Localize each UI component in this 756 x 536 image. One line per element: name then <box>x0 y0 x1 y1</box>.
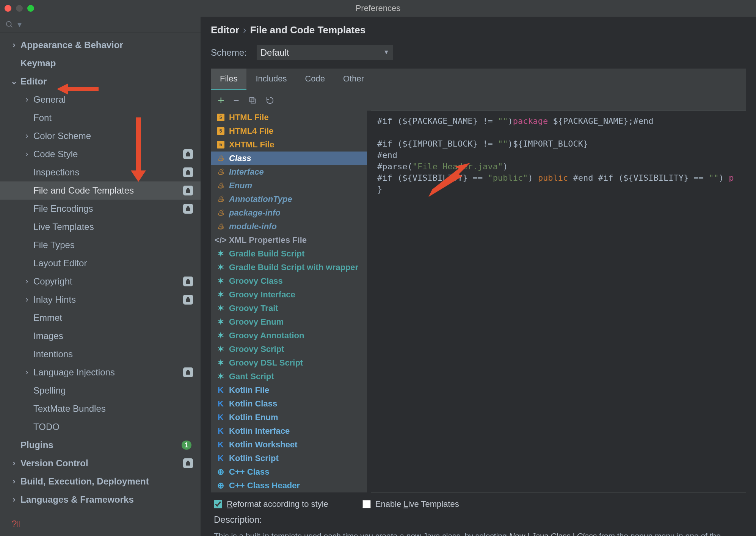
sidebar-item-appearance[interactable]: ›Appearance & Behavior <box>0 36 201 54</box>
template-editor[interactable]: #if (${PACKAGE_NAME} != "")package ${PAC… <box>371 111 746 492</box>
sidebar-item-code-style[interactable]: ›Code Style <box>0 145 201 163</box>
java-file-icon: ♨ <box>217 222 224 231</box>
template-item-interface[interactable]: ♨Interface <box>211 165 367 179</box>
sidebar-item-emmet[interactable]: Emmet <box>0 309 201 327</box>
window-controls <box>5 5 34 12</box>
svg-rect-3 <box>249 98 254 102</box>
tab-other[interactable]: Other <box>334 69 373 90</box>
sidebar-item-textmate[interactable]: TextMate Bundles <box>0 400 201 418</box>
svg-rect-2 <box>251 99 255 103</box>
template-item-kotlin-script[interactable]: KKotlin Script <box>211 452 367 465</box>
java-file-icon: ♨ <box>217 153 224 163</box>
template-item-kotlin-worksheet[interactable]: KKotlin Worksheet <box>211 438 367 452</box>
sidebar-item-lang-fw[interactable]: ›Languages & Frameworks <box>0 491 201 509</box>
minimize-window-button[interactable] <box>16 5 23 12</box>
template-item-html-file[interactable]: 5HTML File <box>211 111 367 124</box>
template-item-class[interactable]: ♨Class <box>211 152 367 165</box>
add-template-button[interactable]: + <box>218 94 224 107</box>
settings-tree: ›Appearance & Behavior Keymap ⌄Editor ›G… <box>0 33 201 536</box>
template-item-c++-class-header[interactable]: ⊕C++ Class Header <box>211 479 367 492</box>
template-item-kotlin-file[interactable]: KKotlin File <box>211 383 367 397</box>
sidebar-item-inlay-hints[interactable]: ›Inlay Hints <box>0 291 201 309</box>
scheme-row: Scheme: Default <box>211 45 746 60</box>
sidebar-item-file-encodings[interactable]: File Encodings <box>0 200 201 218</box>
template-item-groovy-script[interactable]: ✶Groovy Script <box>211 342 367 356</box>
sidebar-item-images[interactable]: Images <box>0 327 201 345</box>
breadcrumb: Editor›File and Code Templates <box>211 24 746 36</box>
project-badge-icon <box>183 204 193 214</box>
sidebar-item-general[interactable]: ›General <box>0 91 201 109</box>
reformat-checkbox[interactable]: Reformat according to style <box>214 499 328 509</box>
sidebar-item-todo[interactable]: TODO <box>0 418 201 436</box>
template-item-xml-properties-file[interactable]: </>XML Properties File <box>211 233 367 247</box>
template-item-c++-class[interactable]: ⊕C++ Class <box>211 465 367 479</box>
copy-template-button[interactable] <box>248 96 257 105</box>
template-item-kotlin-interface[interactable]: KKotlin Interface <box>211 424 367 438</box>
template-item-groovy-annotation[interactable]: ✶Groovy Annotation <box>211 329 367 342</box>
sidebar-item-file-templates[interactable]: File and Code Templates <box>0 181 201 200</box>
sidebar-item-font[interactable]: Font <box>0 109 201 127</box>
groovy-file-icon: ✶ <box>217 372 224 381</box>
project-badge-icon <box>183 167 193 177</box>
template-item-html4-file[interactable]: 5HTML4 File <box>211 124 367 138</box>
groovy-file-icon: ✶ <box>217 344 224 354</box>
sidebar-item-vcs[interactable]: ›Version Control <box>0 454 201 472</box>
sidebar-item-lang-inj[interactable]: ›Language Injections <box>0 363 201 381</box>
reset-template-button[interactable] <box>266 96 274 105</box>
groovy-file-icon: ✶ <box>217 358 224 368</box>
template-item-groovy-dsl-script[interactable]: ✶Groovy DSL Script <box>211 356 367 370</box>
sidebar-item-build[interactable]: ›Build, Execution, Deployment <box>0 472 201 491</box>
template-item-kotlin-class[interactable]: KKotlin Class <box>211 397 367 411</box>
template-item-groovy-enum[interactable]: ✶Groovy Enum <box>211 315 367 329</box>
groovy-file-icon: ✶ <box>217 331 224 341</box>
template-file-list[interactable]: 5HTML File5HTML4 File5XHTML File♨Class♨I… <box>211 111 367 492</box>
sidebar-item-file-types[interactable]: File Types <box>0 236 201 254</box>
java-file-icon: ♨ <box>217 208 224 218</box>
tab-code[interactable]: Code <box>296 69 334 90</box>
tab-files[interactable]: Files <box>211 69 246 90</box>
remove-template-button[interactable]: − <box>234 95 239 106</box>
sidebar-item-spelling[interactable]: Spelling <box>0 381 201 400</box>
xml-file-icon: </> <box>215 235 227 245</box>
groovy-file-icon: ✶ <box>217 249 224 259</box>
sidebar-item-intentions[interactable]: Intentions <box>0 345 201 363</box>
close-window-button[interactable] <box>5 5 11 12</box>
kotlin-file-icon: K <box>218 453 224 463</box>
sidebar-item-inspections[interactable]: Inspections <box>0 163 201 181</box>
project-badge-icon <box>183 458 193 468</box>
scheme-select[interactable]: Default <box>257 45 393 60</box>
sidebar-item-plugins[interactable]: Plugins1 <box>0 436 201 454</box>
tab-includes[interactable]: Includes <box>246 69 296 90</box>
template-item-annotationtype[interactable]: ♨AnnotationType <box>211 192 367 206</box>
groovy-file-icon: ✶ <box>217 290 224 300</box>
template-item-module-info[interactable]: ♨module-info <box>211 220 367 233</box>
template-item-package-info[interactable]: ♨package-info <box>211 206 367 220</box>
template-item-groovy-interface[interactable]: ✶Groovy Interface <box>211 288 367 302</box>
help-icon[interactable]: ?⃝ <box>11 518 20 530</box>
sidebar-item-editor[interactable]: ⌄Editor <box>0 72 201 91</box>
sidebar-item-live-templates[interactable]: Live Templates <box>0 218 201 236</box>
template-item-gradle-build-script[interactable]: ✶Gradle Build Script <box>211 247 367 261</box>
html-file-icon: 5 <box>217 127 224 135</box>
sidebar-item-keymap[interactable]: Keymap <box>0 54 201 72</box>
template-item-enum[interactable]: ♨Enum <box>211 179 367 192</box>
sidebar-item-color-scheme[interactable]: ›Color Scheme <box>0 127 201 145</box>
template-item-groovy-trait[interactable]: ✶Groovy Trait <box>211 302 367 315</box>
template-item-xhtml-file[interactable]: 5XHTML File <box>211 138 367 152</box>
sidebar-item-copyright[interactable]: ›Copyright <box>0 272 201 291</box>
template-item-gradle-build-script-with-wrapper[interactable]: ✶Gradle Build Script with wrapper <box>211 261 367 274</box>
search-row[interactable]: ▾ <box>0 17 201 33</box>
template-item-gant-script[interactable]: ✶Gant Script <box>211 370 367 383</box>
description-body: This is a built-in template used each ti… <box>214 530 743 536</box>
groovy-file-icon: ✶ <box>217 276 224 286</box>
project-badge-icon <box>183 277 193 286</box>
html-file-icon: 5 <box>217 141 224 148</box>
template-item-kotlin-enum[interactable]: KKotlin Enum <box>211 411 367 424</box>
enable-live-templates-checkbox[interactable]: Enable Live Templates <box>362 499 459 509</box>
project-badge-icon <box>183 295 193 305</box>
cpp-file-icon: ⊕ <box>217 481 224 491</box>
template-item-groovy-class[interactable]: ✶Groovy Class <box>211 274 367 288</box>
maximize-window-button[interactable] <box>27 5 34 12</box>
settings-sidebar: ▾ ›Appearance & Behavior Keymap ⌄Editor … <box>0 17 201 536</box>
sidebar-item-layout-editor[interactable]: Layout Editor <box>0 254 201 272</box>
